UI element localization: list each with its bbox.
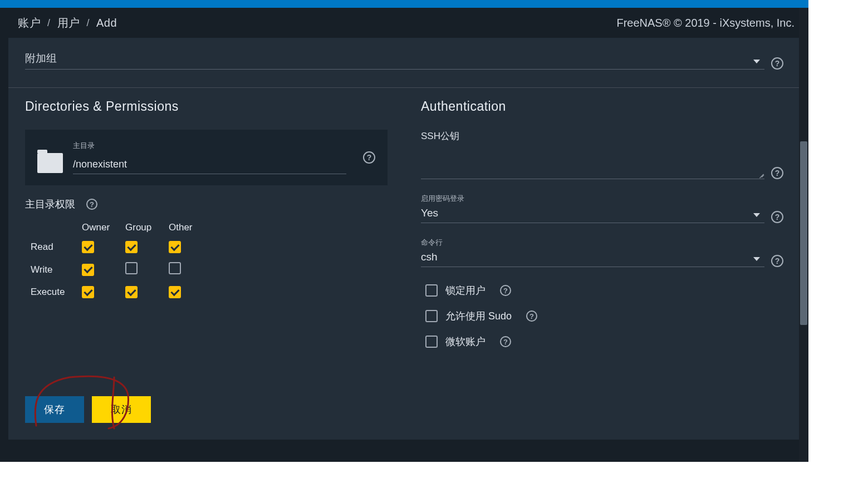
- dirperm-title: Directories & Permissions: [25, 99, 388, 114]
- chk-read-group[interactable]: [125, 241, 138, 253]
- app-window: 账户 / 用户 / Add FreeNAS® © 2019 - iXsystem…: [0, 0, 808, 462]
- chevron-down-icon: [753, 60, 760, 63]
- cancel-button[interactable]: 取消: [92, 396, 151, 423]
- save-button[interactable]: 保存: [25, 396, 84, 423]
- perm-row-read: Read: [31, 241, 82, 253]
- chk-read-other[interactable]: [169, 241, 181, 253]
- shell-value: csh: [421, 251, 438, 263]
- help-icon[interactable]: ?: [500, 336, 511, 347]
- breadcrumb-bar: 账户 / 用户 / Add FreeNAS® © 2019 - iXsystem…: [0, 8, 808, 38]
- shell-label: 命令行: [421, 238, 764, 248]
- chk-exec-other[interactable]: [169, 286, 181, 298]
- home-directory-picker: 主目录 /nonexistent ?: [25, 130, 388, 185]
- chk-ms-account[interactable]: [425, 336, 438, 348]
- ms-account-label: 微软账户: [445, 335, 486, 348]
- chk-lock-user[interactable]: [425, 284, 438, 297]
- directories-permissions-col: Directories & Permissions 主目录 /nonexiste…: [25, 99, 388, 361]
- breadcrumb-accounts[interactable]: 账户: [18, 16, 41, 31]
- breadcrumb: 账户 / 用户 / Add: [18, 16, 117, 31]
- chk-write-other[interactable]: [169, 262, 181, 274]
- form-panel: 附加组 ? Directories & Permissions 主目录 /non…: [8, 38, 800, 440]
- chevron-down-icon: [753, 213, 760, 217]
- breadcrumb-users[interactable]: 用户: [57, 16, 80, 31]
- help-icon[interactable]: ?: [771, 57, 783, 70]
- allow-sudo-label: 允许使用 Sudo: [445, 309, 512, 323]
- pw-login-select[interactable]: Yes: [421, 205, 764, 223]
- aux-groups-label: 附加组: [25, 52, 57, 64]
- ssh-key-textarea[interactable]: [421, 165, 764, 179]
- chk-write-group[interactable]: [125, 262, 138, 274]
- auth-title: Authentication: [421, 99, 783, 114]
- perm-col-owner: Owner: [82, 222, 125, 233]
- breadcrumb-sep: /: [87, 17, 90, 29]
- help-icon[interactable]: ?: [86, 199, 97, 210]
- pw-login-value: Yes: [421, 207, 438, 219]
- help-icon[interactable]: ?: [363, 151, 375, 164]
- help-icon[interactable]: ?: [771, 167, 783, 179]
- help-icon[interactable]: ?: [500, 285, 511, 296]
- help-icon[interactable]: ?: [526, 310, 537, 322]
- titlebar-strip: [0, 0, 808, 8]
- lock-user-label: 锁定用户: [445, 284, 486, 297]
- perm-row-execute: Execute: [31, 287, 82, 298]
- scrollbar-thumb[interactable]: [800, 141, 807, 325]
- perm-col-other: Other: [169, 222, 212, 233]
- shell-select[interactable]: csh: [421, 249, 764, 267]
- form-actions: 保存 取消: [8, 377, 800, 440]
- chk-exec-owner[interactable]: [82, 286, 94, 298]
- perm-col-group: Group: [125, 222, 169, 233]
- breadcrumb-sep: /: [47, 17, 51, 29]
- ssh-key-label: SSH公钥: [421, 130, 783, 142]
- permission-grid: Owner Group Other Read Write: [31, 222, 388, 298]
- vertical-scrollbar[interactable]: [799, 8, 808, 462]
- home-dir-input[interactable]: /nonexistent: [73, 159, 346, 174]
- help-icon[interactable]: ?: [771, 211, 783, 223]
- authentication-col: Authentication SSH公钥 ? 启用密码登录 Yes: [421, 99, 783, 361]
- home-dir-label: 主目录: [73, 141, 346, 151]
- perm-row-write: Write: [31, 264, 82, 275]
- resize-handle-icon[interactable]: [759, 172, 764, 178]
- chk-allow-sudo[interactable]: [425, 310, 438, 322]
- chk-write-owner[interactable]: [82, 264, 94, 276]
- home-dir-perm-label: 主目录权限: [25, 198, 75, 211]
- aux-groups-section: 附加组 ?: [8, 38, 800, 85]
- aux-groups-select[interactable]: 附加组: [25, 45, 764, 70]
- chk-exec-group[interactable]: [125, 286, 138, 298]
- help-icon[interactable]: ?: [771, 255, 783, 267]
- folder-icon[interactable]: [37, 153, 63, 173]
- breadcrumb-add: Add: [96, 17, 117, 29]
- copyright-text: FreeNAS® © 2019 - iXsystems, Inc.: [616, 17, 795, 29]
- pw-login-label: 启用密码登录: [421, 194, 764, 204]
- chk-read-owner[interactable]: [82, 241, 94, 253]
- chevron-down-icon: [753, 257, 760, 261]
